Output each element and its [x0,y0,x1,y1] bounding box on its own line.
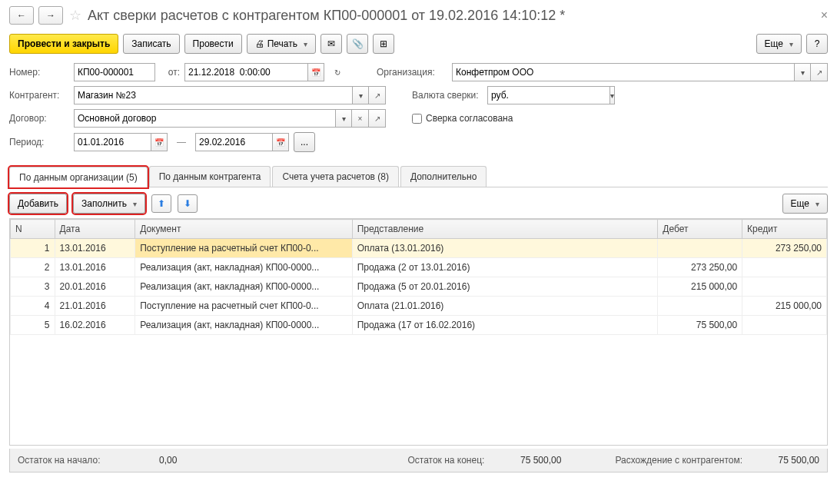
reconciliation-table: N Дата Документ Представление Дебет Кред… [10,219,827,335]
fill-button[interactable]: Заполнить [73,194,145,214]
from-date-input[interactable] [184,63,307,81]
cell-debit: 273 250,00 [658,258,742,277]
cell-date: 21.01.2016 [55,297,135,316]
org-input[interactable] [452,63,794,81]
nav-back-button[interactable]: ← [9,6,34,25]
cell-rep: Оплата (21.01.2016) [352,297,658,316]
calendar-icon[interactable]: 📅 [272,133,289,151]
diff-value: 75 500,00 [766,455,819,466]
cell-doc: Поступление на расчетный счет КП00-0... [135,297,353,316]
table-row[interactable]: 113.01.2016Поступление на расчетный счет… [11,239,827,258]
cell-debit: 75 500,00 [658,316,742,335]
arrow-up-icon: ⬆ [158,198,165,209]
dropdown-icon[interactable]: ▾ [794,63,811,81]
add-button[interactable]: Добавить [9,194,67,214]
cell-doc: Реализация (акт, накладная) КП00-0000... [135,277,353,297]
col-doc[interactable]: Документ [135,220,353,239]
post-and-close-button[interactable]: Провести и закрыть [9,34,118,54]
open-icon[interactable]: ↗ [811,63,828,81]
col-rep[interactable]: Представление [352,220,658,239]
dropdown-icon[interactable]: ▾ [609,86,615,104]
cell-n: 3 [11,277,55,297]
more-button[interactable]: Еще [756,34,802,54]
col-debit[interactable]: Дебет [658,220,742,239]
cell-doc: Поступление на расчетный счет КП00-0... [135,239,353,258]
cell-rep: Продажа (5 от 20.01.2016) [352,277,658,297]
help-button[interactable]: ? [806,34,828,54]
cell-n: 4 [11,297,55,316]
cell-date: 20.01.2016 [55,277,135,297]
tab-partner-data[interactable]: По данным контрагента [149,166,271,187]
end-balance-label: Остаток на конец: [407,455,484,466]
table-row[interactable]: 516.02.2016Реализация (акт, накладная) К… [11,316,827,335]
period-from-input[interactable] [74,133,151,151]
period-dash: — [177,137,186,148]
print-button[interactable]: 🖨Печать [247,34,316,54]
calendar-icon[interactable]: 📅 [151,133,168,151]
post-button[interactable]: Провести [184,34,242,54]
structure-button[interactable]: ⊞ [373,34,394,54]
col-credit[interactable]: Кредит [742,220,827,239]
period-to-input[interactable] [195,133,272,151]
calendar-icon[interactable]: 📅 [307,63,324,81]
start-balance-value: 0,00 [123,455,177,466]
currency-input[interactable] [487,86,609,104]
tab-org-data[interactable]: По данным организации (5) [9,167,148,187]
agree-label: Сверка согласована [426,113,513,124]
period-picker-button[interactable]: ... [294,132,315,152]
cell-rep: Оплата (13.01.2016) [352,239,658,258]
cell-debit [658,239,742,258]
end-balance-value: 75 500,00 [507,455,561,466]
printer-icon: 🖨 [255,38,264,49]
cell-debit [658,297,742,316]
cell-rep: Продажа (17 от 16.02.2016) [352,316,658,335]
org-label: Организация: [377,67,447,78]
tab-accounts[interactable]: Счета учета расчетов (8) [272,166,398,187]
nav-forward-button[interactable]: → [38,6,63,25]
table-row[interactable]: 213.01.2016Реализация (акт, накладная) К… [11,258,827,277]
contract-input[interactable] [74,109,335,128]
move-up-button[interactable]: ⬆ [151,194,171,213]
close-icon[interactable]: × [821,8,828,22]
attach-button[interactable]: 📎 [347,34,368,54]
save-button[interactable]: Записать [123,34,179,54]
dropdown-icon[interactable]: ▾ [352,86,369,104]
tab-extra[interactable]: Дополнительно [400,166,487,187]
number-input[interactable] [74,63,155,81]
page-title: Акт сверки расчетов с контрагентом КП00-… [88,8,565,24]
cell-rep: Продажа (2 от 13.01.2016) [352,258,658,277]
email-button[interactable]: ✉ [321,34,342,54]
start-balance-label: Остаток на начало: [18,455,100,466]
diff-label: Расхождение с контрагентом: [615,455,742,466]
arrow-down-icon: ⬇ [184,198,191,209]
table-row[interactable]: 320.01.2016Реализация (акт, накладная) К… [11,277,827,297]
open-icon[interactable]: ↗ [369,86,386,104]
cell-doc: Реализация (акт, накладная) КП00-0000... [135,316,353,335]
cell-date: 16.02.2016 [55,316,135,335]
footer-summary: Остаток на начало: 0,00 Остаток на конец… [9,449,828,472]
col-date[interactable]: Дата [55,220,135,239]
cell-credit [742,316,827,335]
clear-icon[interactable]: × [352,109,369,128]
dropdown-icon[interactable]: ▾ [335,109,352,128]
cell-date: 13.01.2016 [55,239,135,258]
number-label: Номер: [9,67,69,78]
partner-label: Контрагент: [9,90,69,101]
col-n[interactable]: N [11,220,55,239]
cell-credit: 273 250,00 [742,239,827,258]
open-icon[interactable]: ↗ [369,109,386,128]
envelope-icon: ✉ [327,38,335,49]
refresh-icon[interactable]: ↻ [329,63,346,81]
favorite-star-icon[interactable]: ☆ [68,8,83,23]
cell-n: 1 [11,239,55,258]
currency-label: Валюта сверки: [412,90,483,101]
table-more-button[interactable]: Еще [782,194,828,214]
cell-n: 5 [11,316,55,335]
cell-n: 2 [11,258,55,277]
partner-input[interactable] [74,86,352,104]
from-label: от: [160,67,180,78]
move-down-button[interactable]: ⬇ [178,194,198,213]
table-row[interactable]: 421.01.2016Поступление на расчетный счет… [11,297,827,316]
period-label: Период: [9,137,69,148]
agree-checkbox[interactable] [412,114,422,124]
